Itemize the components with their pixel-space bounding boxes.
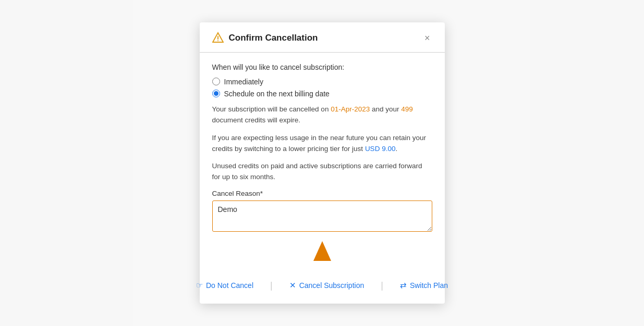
- modal-dialog: Confirm Cancellation × When will you lik…: [200, 22, 445, 304]
- cancel-subscription-button[interactable]: ✕ Cancel Subscription: [285, 278, 369, 293]
- switch-plan-label: Switch Plan: [410, 281, 448, 290]
- cancel-question: When will you like to cancel subscriptio…: [212, 63, 432, 71]
- cancel-subscription-label: Cancel Subscription: [299, 281, 364, 290]
- svg-marker-2: [313, 241, 331, 261]
- footer-divider-2: |: [381, 280, 383, 291]
- credits-info: Unused credits on paid and active subscr…: [212, 161, 432, 183]
- arrow-up-icon: [310, 239, 334, 263]
- modal-footer: ☞ Do Not Cancel | ✕ Cancel Subscription …: [200, 270, 445, 304]
- overlay: Confirm Cancellation × When will you lik…: [0, 0, 644, 326]
- radio-group: Immediately Schedule on the next billing…: [212, 78, 432, 98]
- modal-header: Confirm Cancellation ×: [200, 22, 445, 53]
- switch-icon: ⇄: [400, 281, 407, 290]
- cancel-reason-textarea[interactable]: Demo: [212, 200, 432, 232]
- credits-count: 499: [401, 105, 413, 113]
- switch-plan-price: USD 9.00: [365, 145, 396, 153]
- info2-end: .: [395, 145, 397, 153]
- radio-immediately[interactable]: [212, 78, 220, 85]
- radio-immediately-label: Immediately: [224, 78, 263, 86]
- svg-point-1: [217, 40, 218, 41]
- hand-icon: ☞: [196, 281, 203, 290]
- modal-header-left: Confirm Cancellation: [212, 32, 318, 45]
- do-not-cancel-button[interactable]: ☞ Do Not Cancel: [192, 278, 258, 293]
- x-icon: ✕: [289, 281, 296, 290]
- cancel-reason-label: Cancel Reason*: [212, 190, 432, 197]
- arrow-container: [212, 239, 432, 263]
- radio-next-billing-label: Schedule on the next billing date: [224, 90, 330, 98]
- modal-title: Confirm Cancellation: [229, 33, 318, 43]
- do-not-cancel-label: Do Not Cancel: [206, 281, 253, 290]
- info1-part3: document credits will expire.: [212, 116, 301, 124]
- switch-plan-info: If you are expecting less usage in the n…: [212, 133, 432, 155]
- info1-part2: and your: [370, 105, 401, 113]
- footer-divider-1: |: [270, 280, 273, 291]
- cancellation-date: 01-Apr-2023: [331, 105, 370, 113]
- radio-next-billing[interactable]: [212, 90, 220, 97]
- switch-plan-button[interactable]: ⇄ Switch Plan: [396, 278, 452, 293]
- warning-icon: [212, 32, 224, 45]
- close-button[interactable]: ×: [422, 32, 432, 44]
- radio-option-next-billing[interactable]: Schedule on the next billing date: [212, 90, 432, 98]
- info1-part1: Your subscription will be cancelled on: [212, 105, 331, 113]
- modal-body: When will you like to cancel subscriptio…: [200, 53, 445, 271]
- radio-option-immediately[interactable]: Immediately: [212, 78, 432, 86]
- subscription-info: Your subscription will be cancelled on 0…: [212, 104, 432, 126]
